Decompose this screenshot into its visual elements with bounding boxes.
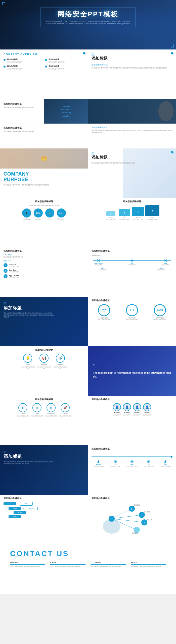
svg-text:演示文稿: 演示文稿 (134, 504, 140, 506)
step-text: 演示文稿用于辅助 (146, 219, 159, 220)
step-row: 2 App Text 演示文稿用于辅助 (4, 269, 84, 273)
item-text: 演示文稿用于辅助说明... (49, 68, 65, 70)
stat-label: Power (48, 218, 52, 220)
icon-text: 演示文稿用于辅助说明 (59, 415, 71, 417)
tl-bar-container (92, 454, 172, 459)
tl-item: Start Project 演示文稿用于 (93, 259, 104, 265)
icon-item: 🔗 Affiliate 演示文稿用于辅助说明演示者 (54, 354, 67, 369)
contact-val: 演示文稿用于辅助说明演示者所要表达的内容 (131, 566, 166, 568)
kw-text: 演示文稿用于辅助说明演示者所要表达的内容 (4, 107, 40, 109)
slide-num: 03. (4, 302, 84, 305)
contact-address: ADDRESS 演示文稿用于辅助说明演示者所要表达的内容 (10, 562, 45, 568)
icon-text: 演示文稿用于辅助说明 (31, 415, 43, 417)
tl-desc: 演示文稿用于辅助 (160, 465, 171, 467)
tl-bar (92, 457, 172, 457)
stat-label: Founded (35, 218, 41, 220)
tl-item: July 演示文稿用于辅助 (143, 461, 154, 467)
tl-desc: 演示文稿用于辅助 (110, 465, 121, 467)
icon-circle: ◈ (32, 403, 41, 412)
tl-title: 添加您的关键标题 (4, 249, 84, 253)
tl-desc: 演示文稿用于辅助 (143, 465, 154, 467)
sub-label: 添加您的关键标题 (88, 124, 176, 129)
avatar: 👤 (143, 403, 151, 411)
tl-items-2: April 演示文稿用于 June 演示文稿用于 (92, 267, 172, 271)
tl-desc: 演示文稿用于辅助 (126, 465, 138, 467)
timeline-left-slide: 添加您的关键标题 Lab Design 演示文稿用于辅助说明演示者 Beta T… (0, 247, 88, 297)
circle-indicator (171, 52, 173, 55)
slide-title: 添加标题 (4, 453, 84, 459)
svg-text:4: 4 (144, 522, 145, 524)
icon-text: 演示文稿用于辅助说明 (17, 415, 29, 417)
avatar: 👤 (113, 403, 121, 411)
contact-website: WEBSITE 演示文稿用于辅助说明演示者所要表达的内容 (131, 562, 166, 568)
contact-label: ADDRESS (10, 562, 45, 565)
row-9: 添加您的关键标题 ▶ Video 演示文稿用于辅助说明 ◈ Layers 演示文… (0, 396, 176, 445)
slide-num: 04. (4, 450, 84, 453)
tl-title: 添加您的关键标题 (92, 249, 172, 253)
stat-item: ⚡ Power (45, 208, 54, 220)
tl-circle (164, 461, 167, 463)
slide-body: 演示文稿用于辅助说明演示者所要表达的内容 通常是做成PPT的格式 演示文稿用于辅… (4, 312, 54, 318)
contact-email: E-MAIL 演示文稿用于辅助说明演示者所要表达的内容 (50, 562, 85, 568)
slide-body: 演示文稿用于辅助说明演示者所要表达的内容 通常是做成PPT格式 (92, 162, 136, 164)
dot-icon (45, 59, 47, 61)
kw-title2: 添加您的关键标题 (4, 126, 84, 130)
step-row: 1 Genesis 演示文稿用于辅助 (4, 263, 84, 267)
slide-title: 添加标题 (92, 56, 172, 61)
stat-text: 演示文稿用于辅助说明 (126, 319, 138, 320)
step-text: 演示文稿用于辅助 (9, 277, 19, 278)
tl-text: 演示文稿用于 (99, 269, 107, 271)
slide-num: 02. (92, 152, 172, 155)
person-name: Person 1 (114, 412, 120, 413)
flow-box: Innovate (4, 502, 16, 505)
stats-title: 添加您的关键标题 (4, 200, 84, 203)
step-1: 1 Focus 演示文稿用于辅助 (105, 211, 117, 220)
person-name: Person 4 (144, 412, 150, 413)
icon-circle: 📢 (39, 354, 49, 363)
icon-circle: 💡 (23, 354, 32, 363)
company-purpose-slide: 🤲 COMPANYPURPOSE 演示文稿用于辅助说明演示者所要表达的内容 通常… (0, 148, 88, 198)
arrow-icon: → (17, 503, 19, 505)
tl-item: April 演示文稿用于 (99, 267, 107, 271)
tl-item: March 演示文稿用于辅助 (93, 461, 104, 467)
icon-circle: 🖥 (47, 403, 56, 412)
icons-row: 💡 Invest 演示文稿用于辅助说明演示者 📢 Promote 演示文稿用于辅… (4, 354, 84, 369)
hand-icon: 🤲 (40, 155, 48, 162)
tl-item: May 演示文稿用于辅助 (126, 461, 138, 467)
item-text: 演示文稿用于辅助说明... (7, 68, 23, 70)
person-graphic (158, 101, 173, 121)
icon-text: 演示文稿用于辅助说明演示者 (37, 366, 51, 369)
team-title: 添加您的关键标题 (92, 398, 172, 401)
person-name: Person 3 (134, 412, 140, 413)
item-title: 添加您的标题 (7, 58, 23, 61)
icons1-title: 添加您的关键标题 (4, 348, 84, 352)
step-label: Genesis (9, 264, 19, 265)
slide-title: 添加标题 (4, 305, 84, 311)
stat-item: 86% Revenue (57, 208, 66, 220)
stat-val: ¥100 (102, 308, 107, 311)
contact-title: CONTACT US (10, 549, 166, 558)
tl-circle (131, 461, 133, 463)
finance-title: 添加您的关键标题 (92, 299, 172, 302)
svg-text:演示文稿: 演示文稿 (144, 511, 150, 513)
icon-item: 🖥 Presentation 演示文稿用于辅助说明 (45, 403, 57, 417)
stat-item: 📱 App Design (22, 208, 31, 220)
svg-line-1 (112, 509, 132, 519)
overview-grid: 添加您的标题 演示文稿用于辅助说明... 添加您的标题 演示文稿用于辅助说明..… (4, 58, 84, 70)
row-10: 04. 添加标题 演示文稿用于辅助说明演示者所要表达的内容 通常是做成PPT的格… (0, 445, 176, 495)
slide-04-hero: 04. 添加标题 演示文稿用于辅助说明演示者所要表达的内容 通常是做成PPT的格… (0, 445, 88, 495)
icon-circle: 🔗 (56, 354, 65, 363)
step-box: 4 (145, 205, 159, 216)
row-8: 添加您的关键标题 💡 Invest 演示文稿用于辅助说明演示者 📢 Promot… (0, 346, 176, 396)
stats-text: 演示文稿用于辅助说明演示者所要表达的内容 (4, 205, 84, 206)
person-3: 👤 Person 3 演示文稿用于 (133, 403, 141, 416)
timeline3-slide: 添加您的关键标题 March 演示文稿用于辅助 April 演示文稿用于辅助 (88, 445, 176, 495)
icons-row: ▶ Video 演示文稿用于辅助说明 ◈ Layers 演示文稿用于辅助说明 🖥… (4, 403, 84, 417)
stat-text: 演示文稿用于辅助说明 (154, 319, 166, 320)
kw-body: 演示文稿用于辅助说明演示者所要表达的内容 (4, 131, 84, 133)
stats-row: 📱 App Design 2018 Founded ⚡ Power 86% Re… (4, 208, 84, 220)
icon-label: Affiliate (58, 364, 63, 365)
item-title: 添加您的标题 (7, 65, 23, 68)
stat-circle: ¥67M (154, 304, 166, 316)
row-6: 添加您的关键标题 Lab Design 演示文稿用于辅助说明演示者 Beta T… (0, 247, 176, 297)
